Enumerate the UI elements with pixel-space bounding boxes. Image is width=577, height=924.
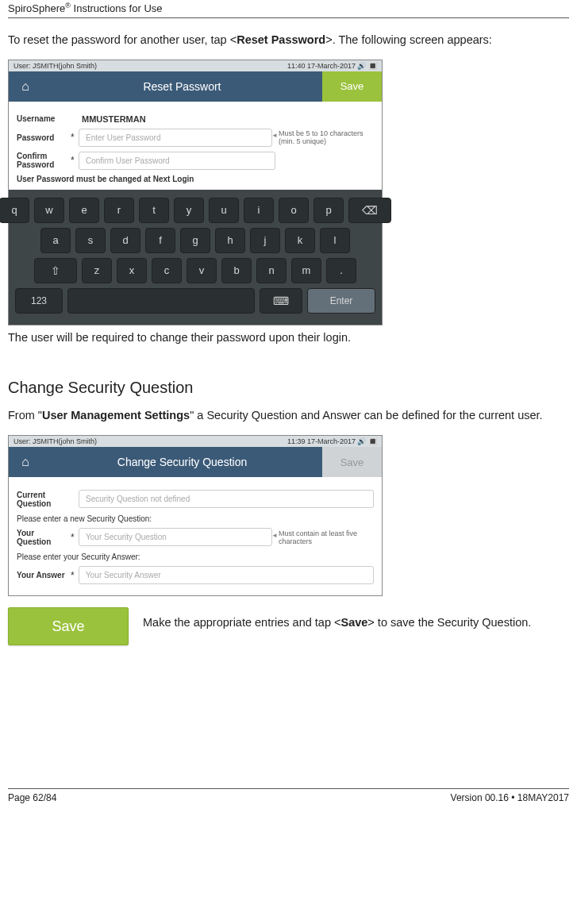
key-y[interactable]: y: [174, 198, 204, 223]
key-l[interactable]: l: [320, 228, 350, 253]
save-button-large[interactable]: Save: [8, 607, 129, 645]
required-asterisk: *: [71, 132, 79, 143]
username-value: MMUSTERMAN: [79, 114, 146, 124]
key-w[interactable]: w: [34, 198, 64, 223]
page-number: Page 62/84: [8, 792, 56, 803]
key-s[interactable]: s: [75, 228, 106, 253]
confirm-password-label: Confirm Password: [17, 152, 71, 169]
security-question-screenshot: User: JSMITH(john Smith) 11:39 17-March-…: [8, 435, 383, 596]
section-heading: Change Security Question: [8, 379, 569, 397]
reset-password-screenshot: User: JSMITH(john Smith) 11:40 17-March-…: [8, 60, 383, 325]
key-p[interactable]: p: [314, 198, 344, 223]
current-question-field: Security Question not defined: [79, 490, 374, 508]
key-c[interactable]: c: [152, 258, 182, 283]
header-suffix: Instructions for Use: [71, 2, 163, 14]
screen-title: Reset Passwort: [42, 71, 322, 102]
app-top-bar: ⌂ Change Security Question Save: [9, 447, 382, 477]
text: >. The following screen appears:: [325, 33, 492, 46]
your-answer-label: Your Answer: [17, 571, 71, 579]
user-mgmt-ref: User Management Settings: [42, 409, 190, 422]
app-top-bar: ⌂ Reset Passwort Save: [9, 71, 382, 102]
password-hint: Must be 5 to 10 characters (min. 5 uniqu…: [279, 129, 374, 145]
key-d[interactable]: d: [110, 228, 140, 253]
key-q[interactable]: q: [0, 198, 29, 223]
confirm-password-input[interactable]: Confirm User Password: [79, 152, 275, 170]
status-bar: User: JSMITH(john Smith) 11:40 17-March-…: [9, 60, 382, 71]
key-u[interactable]: u: [209, 198, 239, 223]
section-label: Please enter your Security Answer:: [17, 552, 374, 561]
required-asterisk: *: [71, 532, 79, 543]
key-k[interactable]: k: [285, 228, 315, 253]
your-question-label: Your Question: [17, 529, 71, 546]
status-user: User: JSMITH(john Smith): [13, 62, 97, 70]
key-f[interactable]: f: [145, 228, 175, 253]
key-dot[interactable]: .: [326, 258, 356, 283]
key-a[interactable]: a: [40, 228, 71, 253]
required-asterisk: *: [71, 570, 79, 581]
your-answer-input[interactable]: Your Security Answer: [79, 566, 374, 584]
current-question-label: Current Question: [17, 491, 71, 508]
key-g[interactable]: g: [180, 228, 210, 253]
username-label: Username: [17, 114, 71, 123]
key-j[interactable]: j: [250, 228, 280, 253]
text: > to save the Security Question.: [367, 616, 531, 629]
home-icon[interactable]: ⌂: [9, 447, 42, 477]
status-user: User: JSMITH(john Smith): [13, 437, 97, 445]
your-question-input[interactable]: Your Security Question: [79, 528, 272, 546]
key-n[interactable]: n: [256, 258, 287, 283]
key-e[interactable]: e: [69, 198, 99, 223]
on-screen-keyboard: q w e r t y u i o p ⌫ a s d f g h j k: [9, 190, 382, 325]
version-info: Version 00.16 • 18MAY2017: [451, 792, 569, 803]
key-shift[interactable]: ⇧: [34, 258, 77, 283]
status-time: 11:40 17-March-2017 🔊 🔳: [287, 62, 377, 70]
section-label: Please enter a new Security Question:: [17, 514, 374, 523]
key-x[interactable]: x: [117, 258, 147, 283]
save-ref: Save: [340, 616, 367, 629]
reg-mark: ®: [65, 2, 71, 10]
para-user-mgmt: From "User Management Settings" a Securi…: [8, 408, 569, 424]
save-button[interactable]: Save: [322, 71, 382, 102]
key-m[interactable]: m: [291, 258, 321, 283]
key-enter[interactable]: Enter: [307, 288, 375, 314]
status-bar: User: JSMITH(john Smith) 11:39 17-March-…: [9, 436, 382, 447]
doc-header: SpiroSphere® Instructions for Use: [8, 2, 569, 18]
text: Make the appropriate entries and tap <: [143, 616, 340, 629]
doc-footer: Page 62/84 Version 00.16 • 18MAY2017: [8, 788, 569, 803]
password-input[interactable]: Enter User Password: [79, 129, 272, 147]
key-b[interactable]: b: [221, 258, 252, 283]
key-keyboard-icon[interactable]: ⌨: [260, 288, 302, 314]
text: From ": [8, 409, 42, 422]
key-t[interactable]: t: [139, 198, 169, 223]
home-icon[interactable]: ⌂: [9, 71, 42, 102]
key-o[interactable]: o: [279, 198, 309, 223]
text: To reset the password for another user, …: [8, 33, 237, 46]
key-v[interactable]: v: [187, 258, 217, 283]
product-name: SpiroSphere: [8, 2, 65, 14]
password-label: Password: [17, 133, 71, 142]
status-time: 11:39 17-March-2017 🔊 🔳: [287, 437, 377, 445]
key-h[interactable]: h: [215, 228, 245, 253]
key-i[interactable]: i: [244, 198, 274, 223]
save-button-disabled[interactable]: Save: [322, 447, 382, 477]
required-asterisk: *: [71, 155, 79, 166]
key-space[interactable]: [67, 288, 255, 314]
save-instruction-text: Make the appropriate entries and tap <Sa…: [143, 615, 569, 631]
para-login-note: The user will be required to change thei…: [8, 330, 569, 346]
key-r[interactable]: r: [104, 198, 134, 223]
text: " a Security Question and Answer can be …: [190, 409, 542, 422]
intro-para: To reset the password for another user, …: [8, 33, 569, 48]
password-change-note: User Password must be changed at Next Lo…: [17, 175, 374, 183]
key-backspace[interactable]: ⌫: [348, 198, 391, 223]
key-z[interactable]: z: [82, 258, 112, 283]
screen-title: Change Security Question: [42, 447, 322, 477]
save-instruction-row: Save Make the appropriate entries and ta…: [8, 607, 569, 645]
reset-password-ref: Reset Password: [237, 33, 325, 46]
key-123[interactable]: 123: [15, 288, 63, 314]
question-hint: Must contain at least five characters: [279, 529, 374, 545]
